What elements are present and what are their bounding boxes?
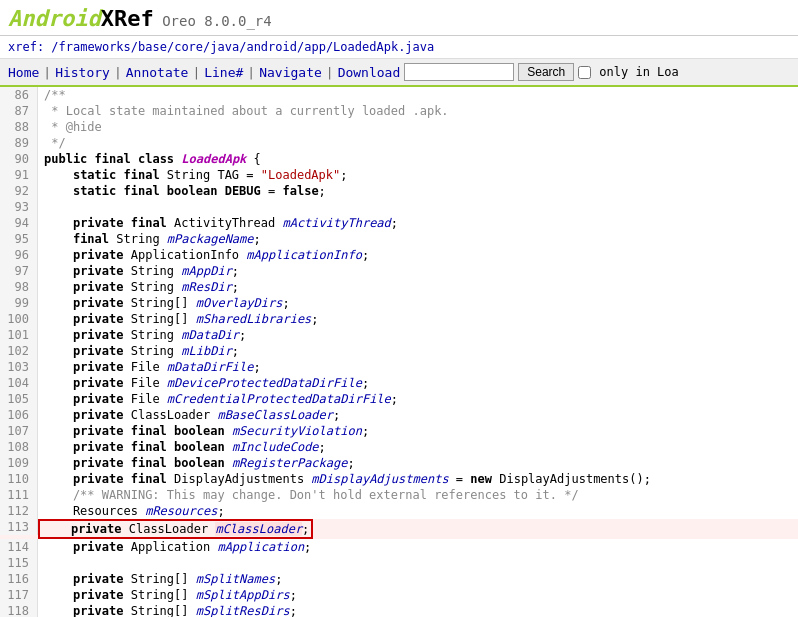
table-row: 99 private String[] mOverlayDirs; [0,295,798,311]
line-content [38,199,51,215]
field-link[interactable]: mSplitAppDirs [196,588,290,602]
line-content: */ [38,135,66,151]
line-content: private final boolean mRegisterPackage; [38,455,355,471]
line-content [38,555,51,571]
line-content: private String[] mSplitNames; [38,571,282,587]
line-content: private String[] mOverlayDirs; [38,295,290,311]
line-number: 97 [0,263,38,279]
table-row: 115 [0,555,798,571]
nav-history[interactable]: History [55,65,110,80]
table-row: 87 * Local state maintained about a curr… [0,103,798,119]
line-content: private final boolean mSecurityViolation… [38,423,369,439]
line-content: private String mAppDir; [38,263,239,279]
field-link[interactable]: mRegisterPackage [232,456,348,470]
line-number: 100 [0,311,38,327]
field-link[interactable]: mIncludeCode [232,440,319,454]
nav-home[interactable]: Home [8,65,39,80]
site-header: AndroidXRef Oreo 8.0.0_r4 [0,0,798,36]
field-link[interactable]: mDataDirFile [167,360,254,374]
line-number: 87 [0,103,38,119]
line-content: private final ActivityThread mActivityTh… [38,215,398,231]
line-number: 115 [0,555,38,571]
table-row: 117 private String[] mSplitAppDirs; [0,587,798,603]
class-link[interactable]: LoadedApk [181,152,246,166]
line-content: * @hide [38,119,102,135]
nav-annotate[interactable]: Annotate [126,65,189,80]
nav-sep-5: | [326,65,334,80]
line-number: 95 [0,231,38,247]
field-link[interactable]: mLibDir [181,344,232,358]
line-number: 113 [0,519,38,535]
table-row: 93 [0,199,798,215]
field-link[interactable]: mAppDir [181,264,232,278]
field-link[interactable]: mSplitNames [196,572,275,586]
field-link[interactable]: mSharedLibraries [196,312,312,326]
line-number: 107 [0,423,38,439]
line-content: private ClassLoader mBaseClassLoader; [38,407,340,423]
line-number: 114 [0,539,38,555]
line-number: 96 [0,247,38,263]
field-link[interactable]: mDataDir [181,328,239,342]
table-row: 96 private ApplicationInfo mApplicationI… [0,247,798,263]
field-link[interactable]: mOverlayDirs [196,296,283,310]
field-link[interactable]: mSecurityViolation [232,424,362,438]
line-number: 86 [0,87,38,103]
table-row: 110 private final DisplayAdjustments mDi… [0,471,798,487]
line-content: private ApplicationInfo mApplicationInfo… [38,247,369,263]
site-logo: AndroidXRef Oreo 8.0.0_r4 [8,6,272,31]
table-row: 86 /** [0,87,798,103]
line-number: 88 [0,119,38,135]
search-input[interactable] [404,63,514,81]
field-link[interactable]: mApplicationInfo [246,248,362,262]
table-row: 92 static final boolean DEBUG = false; [0,183,798,199]
line-number: 118 [0,603,38,617]
field-link[interactable]: mCredentialProtectedDataDirFile [167,392,391,406]
nav-sep-1: | [43,65,51,80]
nav-download[interactable]: Download [338,65,401,80]
logo-version: Oreo 8.0.0_r4 [154,13,272,29]
table-row: 107 private final boolean mSecurityViola… [0,423,798,439]
line-content: static final String TAG = "LoadedApk"; [38,167,348,183]
field-link[interactable]: mResDir [181,280,232,294]
line-content: private File mDataDirFile; [38,359,261,375]
nav-line[interactable]: Line# [204,65,243,80]
line-content: private String[] mSplitAppDirs; [38,587,297,603]
table-row: 101 private String mDataDir; [0,327,798,343]
code-viewer: 86 /** 87 * Local state maintained about… [0,87,798,617]
line-content: private String[] mSharedLibraries; [38,311,319,327]
table-row: 106 private ClassLoader mBaseClassLoader… [0,407,798,423]
line-number: 106 [0,407,38,423]
table-row: 116 private String[] mSplitNames; [0,571,798,587]
field-link[interactable]: mDeviceProtectedDataDirFile [167,376,362,390]
nav-navigate[interactable]: Navigate [259,65,322,80]
field-link[interactable]: mSplitResDirs [196,604,290,617]
field-link-mclassloader[interactable]: mClassLoader [215,522,302,536]
line-number: 108 [0,439,38,455]
search-button[interactable]: Search [518,63,574,81]
table-row: 98 private String mResDir; [0,279,798,295]
field-link[interactable]: mDisplayAdjustments [311,472,448,486]
line-number: 93 [0,199,38,215]
table-row: 105 private File mCredentialProtectedDat… [0,391,798,407]
field-link[interactable]: mResources [145,504,217,518]
table-row: 91 static final String TAG = "LoadedApk"… [0,167,798,183]
field-link[interactable]: mPackageName [167,232,254,246]
field-link[interactable]: mActivityThread [282,216,390,230]
line-content: private File mDeviceProtectedDataDirFile… [38,375,369,391]
only-in-checkbox[interactable] [578,66,591,79]
line-content: private ClassLoader mClassLoader; [38,519,313,539]
line-content: /** [38,87,66,103]
line-number: 90 [0,151,38,167]
field-link[interactable]: mApplication [217,540,304,554]
table-row: 118 private String[] mSplitResDirs; [0,603,798,617]
line-number: 92 [0,183,38,199]
line-content: /** WARNING: This may change. Don't hold… [38,487,579,503]
field-link[interactable]: mBaseClassLoader [217,408,333,422]
line-content: static final boolean DEBUG = false; [38,183,326,199]
navigation-bar: Home | History | Annotate | Line# | Navi… [0,59,798,87]
line-content: private final boolean mIncludeCode; [38,439,326,455]
only-in-label: only in Loa [599,65,678,79]
nav-sep-3: | [192,65,200,80]
line-number: 98 [0,279,38,295]
table-row: 100 private String[] mSharedLibraries; [0,311,798,327]
